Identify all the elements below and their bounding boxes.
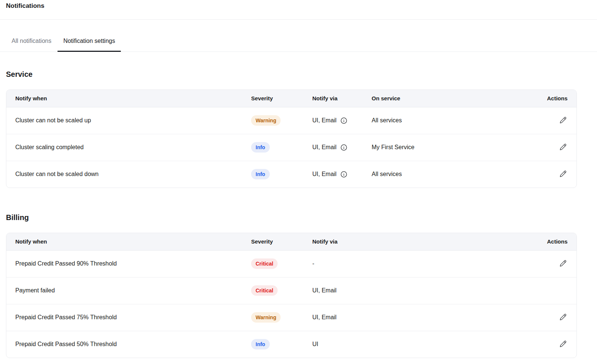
edit-button[interactable] [559, 142, 568, 151]
edit-button[interactable] [559, 313, 568, 321]
on-service-cell: My First Service [372, 134, 486, 161]
pencil-icon [559, 143, 567, 151]
section-title-service: Service [6, 70, 591, 79]
edit-button[interactable] [559, 259, 568, 268]
notify-when-cell: Cluster scaling completed [6, 134, 251, 161]
severity-badge: Critical [251, 258, 278, 269]
table-header-row: Notify when Severity Notify via On servi… [6, 90, 577, 107]
table-row: Payment failed Critical UI, Email [6, 277, 577, 304]
billing-table: Notify when Severity Notify via Actions … [6, 233, 577, 358]
edit-button[interactable] [559, 339, 568, 348]
severity-badge: Warning [251, 312, 281, 323]
main-content: Service Notify when Severity Notify via … [0, 70, 597, 358]
page-title: Notifications [6, 2, 591, 10]
severity-badge: Info [251, 169, 270, 179]
info-icon[interactable] [340, 171, 347, 178]
table-row: Prepaid Credit Passed 75% Threshold Warn… [6, 304, 577, 331]
pencil-icon [559, 170, 567, 178]
info-icon[interactable] [340, 117, 347, 124]
notify-when-cell: Cluster can not be scaled up [6, 107, 251, 134]
notify-via-text: UI, Email [312, 171, 337, 178]
notify-when-cell: Prepaid Credit Passed 75% Threshold [6, 304, 251, 331]
notify-via-text: UI, Email [312, 144, 337, 151]
table-row: Cluster scaling completed Info UI, Email… [6, 134, 577, 161]
column-header-on-service: On service [372, 90, 486, 107]
table-row: Prepaid Credit Passed 50% Threshold Info… [6, 331, 577, 358]
severity-badge: Info [251, 339, 270, 349]
notify-when-cell: Prepaid Credit Passed 90% Threshold [6, 250, 251, 277]
edit-button[interactable] [559, 116, 568, 125]
pencil-icon [559, 116, 567, 124]
notify-when-cell: Prepaid Credit Passed 50% Threshold [6, 331, 251, 358]
column-header-severity: Severity [251, 233, 312, 250]
table-header-row: Notify when Severity Notify via Actions [6, 233, 577, 250]
pencil-icon [559, 313, 567, 321]
edit-button[interactable] [559, 169, 568, 178]
section-service: Service Notify when Severity Notify via … [6, 70, 591, 188]
service-table: Notify when Severity Notify via On servi… [6, 90, 577, 188]
section-title-billing: Billing [6, 213, 591, 222]
column-header-notify-when: Notify when [6, 233, 251, 250]
tab-bar: All notifications Notification settings [0, 20, 597, 52]
severity-badge: Info [251, 142, 270, 153]
info-icon[interactable] [340, 144, 347, 151]
pencil-icon [559, 340, 567, 348]
on-service-cell: All services [372, 107, 486, 134]
notify-when-cell: Payment failed [6, 277, 251, 304]
section-billing: Billing Notify when Severity Notify via … [6, 213, 591, 358]
notify-via-text: UI, Email [312, 287, 337, 294]
column-header-notify-via: Notify via [312, 233, 486, 250]
column-header-notify-via: Notify via [312, 90, 372, 107]
notify-via-text: UI [312, 341, 318, 347]
notify-via-text: UI, Email [312, 117, 337, 124]
table-row: Prepaid Credit Passed 90% Threshold Crit… [6, 250, 577, 277]
severity-badge: Critical [251, 285, 278, 296]
table-row: Cluster can not be scaled down Info UI, … [6, 161, 577, 188]
pencil-icon [559, 260, 567, 267]
notify-when-cell: Cluster can not be scaled down [6, 161, 251, 188]
column-header-actions: Actions [486, 90, 577, 107]
column-header-severity: Severity [251, 90, 312, 107]
severity-badge: Warning [251, 115, 281, 126]
on-service-cell: All services [372, 161, 486, 188]
column-header-actions: Actions [486, 233, 577, 250]
notify-via-text: - [312, 260, 314, 267]
table-row: Cluster can not be scaled up Warning UI,… [6, 107, 577, 134]
tab-notification-settings[interactable]: Notification settings [57, 37, 121, 51]
page-header: Notifications [0, 0, 597, 20]
column-header-notify-when: Notify when [6, 90, 251, 107]
tab-all-notifications[interactable]: All notifications [6, 37, 57, 51]
notify-via-text: UI, Email [312, 314, 337, 320]
